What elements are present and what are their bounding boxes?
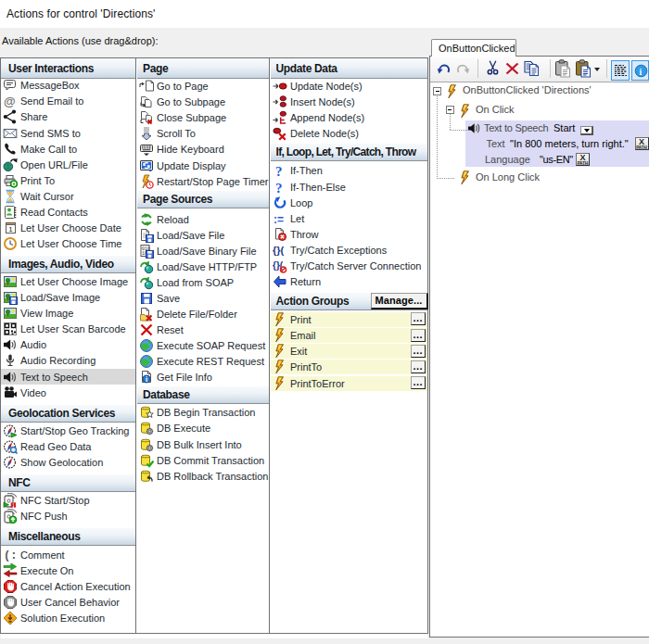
- svg-text:1: 1: [8, 225, 13, 234]
- svg-text:?: ?: [275, 164, 283, 179]
- svg-text:i: i: [146, 375, 147, 384]
- svg-text:i: i: [639, 67, 642, 76]
- svg-text::=: :=: [274, 212, 284, 225]
- svg-text:(:: (:: [4, 549, 17, 562]
- svg-text:{}(: {}(: [273, 245, 285, 256]
- svg-text:?: ?: [275, 180, 283, 195]
- svg-text:@: @: [4, 95, 16, 108]
- svg-text:{}(: {}(: [273, 260, 284, 271]
